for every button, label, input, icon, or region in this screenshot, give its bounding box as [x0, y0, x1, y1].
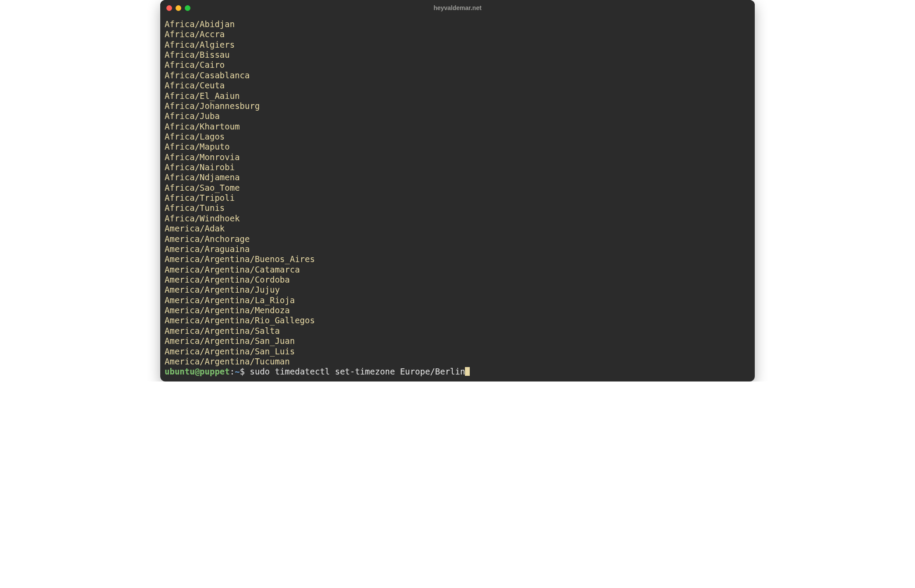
prompt-line: ubuntu@puppet:~$ sudo timedatectl set-ti…: [165, 367, 750, 377]
output-line: America/Adak: [165, 224, 750, 234]
prompt-dollar: $: [240, 367, 250, 376]
command-input[interactable]: sudo timedatectl set-timezone Europe/Ber…: [250, 367, 465, 376]
output-line: Africa/Bissau: [165, 50, 750, 60]
output-line: Africa/Accra: [165, 29, 750, 39]
minimize-icon[interactable]: [176, 5, 181, 11]
prompt-colon: :: [230, 367, 235, 376]
output-line: Africa/Lagos: [165, 132, 750, 142]
output-line: America/Argentina/Rio_Gallegos: [165, 315, 750, 326]
output-line: Africa/Tunis: [165, 203, 750, 213]
output-line: America/Argentina/Jujuy: [165, 285, 750, 295]
output-line: America/Argentina/San_Juan: [165, 336, 750, 346]
output-line: Africa/Cairo: [165, 60, 750, 70]
cursor-icon: [465, 367, 470, 376]
output-line: America/Anchorage: [165, 234, 750, 244]
prompt-path: ~: [235, 367, 239, 376]
output-line: Africa/Ceuta: [165, 80, 750, 91]
output-line: Africa/Casablanca: [165, 70, 750, 80]
output-line: America/Argentina/Cordoba: [165, 275, 750, 285]
output-line: Africa/Maputo: [165, 142, 750, 152]
output-line: America/Argentina/Buenos_Aires: [165, 254, 750, 264]
terminal-body[interactable]: Africa/AbidjanAfrica/AccraAfrica/Algiers…: [160, 16, 755, 382]
prompt-user-host: ubuntu@puppet: [165, 367, 230, 376]
output-line: Africa/Tripoli: [165, 193, 750, 203]
output-line: Africa/Abidjan: [165, 19, 750, 29]
output-line: America/Argentina/Mendoza: [165, 305, 750, 315]
terminal-window: heyvaldemar.net Africa/AbidjanAfrica/Acc…: [160, 0, 755, 382]
traffic-lights: [166, 5, 190, 11]
output-line: Africa/Juba: [165, 111, 750, 121]
output-line: Africa/Ndjamena: [165, 172, 750, 182]
window-title: heyvaldemar.net: [433, 4, 482, 11]
output-line: America/Argentina/Tucuman: [165, 357, 750, 367]
output-line: Africa/Algiers: [165, 40, 750, 50]
output-line: America/Argentina/Catamarca: [165, 265, 750, 275]
output-line: Africa/Khartoum: [165, 122, 750, 132]
output-line: Africa/El_Aaiun: [165, 91, 750, 101]
maximize-icon[interactable]: [185, 5, 190, 11]
output-line: Africa/Johannesburg: [165, 101, 750, 111]
output-line: America/Argentina/Salta: [165, 326, 750, 336]
output-line: America/Argentina/La_Rioja: [165, 295, 750, 305]
titlebar: heyvaldemar.net: [160, 0, 755, 16]
output-line: America/Argentina/San_Luis: [165, 346, 750, 357]
output-line: Africa/Monrovia: [165, 152, 750, 162]
output-line: Africa/Windhoek: [165, 214, 750, 224]
output-line: America/Araguaina: [165, 244, 750, 254]
output-line: Africa/Nairobi: [165, 162, 750, 172]
output-line: Africa/Sao_Tome: [165, 183, 750, 193]
close-icon[interactable]: [166, 5, 172, 11]
